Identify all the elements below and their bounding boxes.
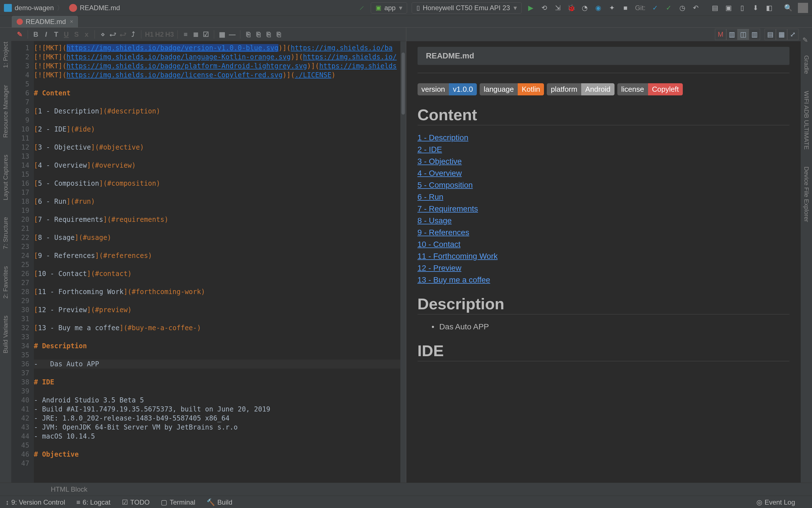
preview-link[interactable]: 7 - Requirements bbox=[417, 204, 790, 213]
highlight-icon[interactable]: ✎ bbox=[15, 29, 25, 40]
h2-button[interactable]: H2 bbox=[154, 29, 165, 40]
editor-crumb[interactable]: HTML Block bbox=[51, 485, 87, 493]
preview-link[interactable]: 2 - IDE bbox=[417, 145, 790, 154]
copy-button[interactable]: ⎘ bbox=[253, 29, 264, 40]
preview-link[interactable]: 4 - Overview bbox=[417, 169, 790, 178]
coverage-button[interactable]: ◉ bbox=[593, 3, 603, 13]
badge-row: versionv1.0.0languageKotlinplatformAndro… bbox=[417, 83, 790, 95]
profile-button[interactable]: ◔ bbox=[580, 3, 590, 13]
task-button[interactable]: ☑ bbox=[201, 29, 211, 40]
search-everywhere-button[interactable]: 🔍 bbox=[783, 3, 794, 13]
view-mode-2[interactable]: ▥ bbox=[749, 29, 760, 40]
avd-manager-button[interactable]: ▯ bbox=[737, 3, 747, 13]
preview-link[interactable]: 12 - Preview bbox=[417, 264, 790, 272]
git-revert-button[interactable]: ↶ bbox=[691, 3, 701, 13]
bold-button[interactable]: B bbox=[31, 29, 41, 40]
layout-button-3[interactable]: ⤢ bbox=[787, 29, 799, 40]
layout-button-1[interactable]: ▤ bbox=[765, 29, 776, 40]
git-pull-button[interactable]: ✓ bbox=[650, 3, 660, 13]
code-button[interactable]: ⋄ bbox=[98, 29, 108, 40]
code-content[interactable]: [![MKT](https://img.shields.io/badge/ver… bbox=[34, 41, 406, 482]
project-structure-button[interactable]: ▤ bbox=[710, 3, 720, 13]
user-avatar[interactable] bbox=[798, 3, 808, 13]
tool-version-control[interactable]: ↕ 9: Version Control bbox=[6, 498, 65, 506]
h3-button[interactable]: H3 bbox=[165, 29, 175, 40]
tool-gradle[interactable]: Gradle bbox=[803, 55, 810, 74]
badge[interactable]: licenseCopyleft bbox=[617, 83, 683, 95]
ide-tip-icon[interactable]: ✎ bbox=[802, 36, 810, 44]
preview-link[interactable]: 8 - Usage bbox=[417, 216, 790, 225]
instant-run-button[interactable]: ✦ bbox=[607, 3, 617, 13]
sync-gradle-button[interactable]: ▣ bbox=[723, 3, 733, 13]
view-mode-1[interactable]: ▥ bbox=[726, 29, 737, 40]
tool-device-explorer[interactable]: Device File Explorer bbox=[803, 167, 810, 222]
badge[interactable]: platformAndroid bbox=[547, 83, 615, 95]
tool-todo[interactable]: ☑ TODO bbox=[122, 498, 150, 506]
ol-button[interactable]: ≣ bbox=[191, 29, 201, 40]
text-style-button[interactable]: T bbox=[51, 29, 61, 40]
scrollbar-thumb[interactable] bbox=[402, 52, 405, 115]
ul-button[interactable]: ≡ bbox=[181, 29, 191, 40]
preview-link[interactable]: 9 - References bbox=[417, 228, 790, 237]
export-button[interactable]: ⎘ bbox=[243, 29, 253, 40]
preview-link[interactable]: 13 - Buy me a coffee bbox=[417, 276, 790, 285]
debug-button[interactable]: 🐞 bbox=[566, 3, 576, 13]
preview-content[interactable]: README.md versionv1.0.0languageKotlinpla… bbox=[406, 41, 801, 375]
preview-link[interactable]: 10 - Contact bbox=[417, 240, 790, 249]
tool-resource-manager[interactable]: Resource Manager bbox=[2, 85, 9, 138]
android-icon: ▣ bbox=[375, 4, 381, 11]
h1-button[interactable]: H1 bbox=[144, 29, 154, 40]
breadcrumb[interactable]: demo-wagen 〉 README.md bbox=[4, 3, 120, 12]
table-button[interactable]: ▦ bbox=[217, 29, 227, 40]
wrap-button[interactable]: ⤴ bbox=[128, 29, 138, 40]
tool-build-variants[interactable]: Build Variants bbox=[2, 315, 9, 353]
attach-debugger-button[interactable]: ⇲ bbox=[553, 3, 563, 13]
preview-link[interactable]: 1 - Description bbox=[417, 133, 790, 142]
tool-layout-captures[interactable]: Layout Captures bbox=[2, 155, 9, 200]
strike-button[interactable]: S bbox=[72, 29, 82, 40]
markdown-toolbar: ✎ B I T U S x ⋄ ⮐ ⮐ ⤴ H1 H2 H3 ≡ ≣ ☑ ▦ ―… bbox=[11, 28, 406, 41]
run-config-selector[interactable]: ▣ app ▾ bbox=[371, 2, 407, 13]
tool-structure[interactable]: 7: Structure bbox=[2, 217, 9, 249]
tool-wifi-adb[interactable]: WIFI ADB ULTIMATE bbox=[803, 91, 810, 150]
sdk-manager-button[interactable]: ⬇ bbox=[751, 3, 761, 13]
code-editor[interactable]: 1234567891011121314151617181920212223242… bbox=[11, 41, 406, 482]
tab-readme[interactable]: README.md × bbox=[11, 15, 79, 27]
preview-link[interactable]: 11 - Forthcoming Work bbox=[417, 252, 790, 261]
paste-plain-button[interactable]: ⎘ bbox=[274, 29, 284, 40]
tool-terminal[interactable]: ▢ Terminal bbox=[161, 498, 195, 506]
preview-link[interactable]: 6 - Run bbox=[417, 193, 790, 202]
resource-manager-icon[interactable]: ◧ bbox=[764, 3, 774, 13]
italic-button[interactable]: I bbox=[41, 29, 51, 40]
tool-build[interactable]: 🔨 Build bbox=[207, 498, 232, 506]
badge[interactable]: languageKotlin bbox=[480, 83, 544, 95]
tool-event-log[interactable]: ◎ Event Log bbox=[756, 498, 795, 506]
preview-link[interactable]: 5 - Composition bbox=[417, 181, 790, 189]
run-button[interactable]: ▶ bbox=[526, 3, 536, 13]
stop-button[interactable]: ■ bbox=[621, 3, 631, 13]
layout-button-2[interactable]: ▦ bbox=[776, 29, 787, 40]
unlink-button[interactable]: ⮐ bbox=[118, 29, 128, 40]
tool-project[interactable]: 1: Project bbox=[2, 42, 9, 68]
view-html-button[interactable]: M bbox=[715, 29, 726, 40]
phone-icon: ▯ bbox=[416, 4, 420, 11]
hr-button[interactable]: ― bbox=[227, 29, 237, 40]
close-icon[interactable]: × bbox=[70, 18, 73, 25]
editor-scrollbar[interactable] bbox=[400, 41, 406, 482]
paste-button[interactable]: ⎘ bbox=[264, 29, 274, 40]
apply-changes-button[interactable]: ⟲ bbox=[539, 3, 549, 13]
view-mode-split[interactable]: ◫ bbox=[737, 29, 749, 40]
preview-link[interactable]: 3 - Objective bbox=[417, 157, 790, 166]
git-commit-button[interactable]: ✓ bbox=[664, 3, 674, 13]
badge[interactable]: versionv1.0.0 bbox=[417, 83, 477, 95]
subscript-button[interactable]: x bbox=[82, 29, 92, 40]
tool-logcat[interactable]: ≡ 6: Logcat bbox=[77, 498, 110, 506]
device-selector[interactable]: ▯ Honeywell CT50 Emu API 23 ▾ bbox=[412, 2, 522, 13]
tool-favorites[interactable]: 2: Favorites bbox=[2, 266, 9, 299]
git-history-button[interactable]: ◷ bbox=[677, 3, 687, 13]
underline-button[interactable]: U bbox=[61, 29, 72, 40]
preview-title: README.md bbox=[426, 51, 474, 60]
compass-icon[interactable]: ⟋ bbox=[357, 3, 367, 13]
preview-toolbar: M ▥ ◫ ▥ ▤ ▦ ⤢ bbox=[406, 28, 801, 41]
link-button[interactable]: ⮐ bbox=[108, 29, 118, 40]
